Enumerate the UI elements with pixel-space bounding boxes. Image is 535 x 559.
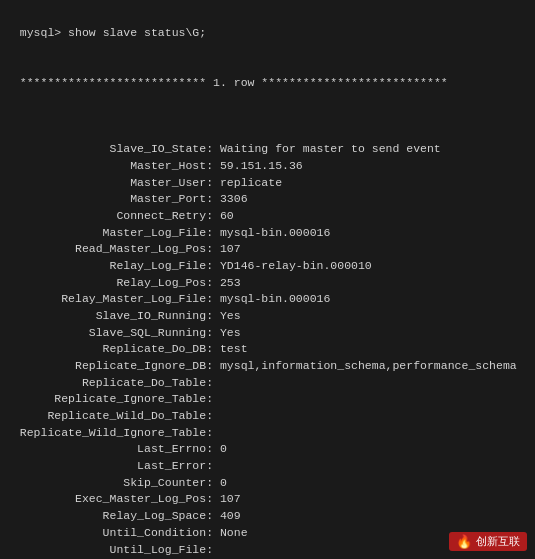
separator-line: *************************** 1. row *****… xyxy=(20,76,448,89)
row-key: Relay_Master_Log_File: xyxy=(6,292,220,305)
row-key: Master_Log_File: xyxy=(6,226,220,239)
row-value: mysql-bin.000016 xyxy=(220,226,330,239)
watermark-text: 创新互联 xyxy=(476,534,520,549)
row-key: Master_Port: xyxy=(6,192,220,205)
row-value: 3306 xyxy=(220,192,248,205)
row-value: 107 xyxy=(220,242,241,255)
row-key: Until_Condition: xyxy=(6,526,220,539)
row-value: 0 xyxy=(220,442,227,455)
row-key: Until_Log_File: xyxy=(6,543,220,556)
row-key: Replicate_Ignore_DB: xyxy=(6,359,220,372)
row-key: Replicate_Do_Table: xyxy=(6,376,220,389)
row-value: 0 xyxy=(220,476,227,489)
table-row: Skip_Counter: 0 xyxy=(6,475,529,492)
table-row: Master_Port: 3306 xyxy=(6,191,529,208)
row-key: Relay_Log_File: xyxy=(6,259,220,272)
row-value: 59.151.15.36 xyxy=(220,159,303,172)
row-key: Slave_IO_State: xyxy=(6,142,220,155)
row-key: Relay_Log_Pos: xyxy=(6,276,220,289)
row-key: Replicate_Do_DB: xyxy=(6,342,220,355)
row-value: Yes xyxy=(220,326,241,339)
row-value: 409 xyxy=(220,509,241,522)
row-key: Replicate_Wild_Ignore_Table: xyxy=(6,426,220,439)
row-key: Relay_Log_Space: xyxy=(6,509,220,522)
table-row: Read_Master_Log_Pos: 107 xyxy=(6,241,529,258)
table-row: Slave_IO_Running: Yes xyxy=(6,308,529,325)
row-key: Skip_Counter: xyxy=(6,476,220,489)
rows-container: Slave_IO_State: Waiting for master to se… xyxy=(6,141,529,559)
row-key: Replicate_Ignore_Table: xyxy=(6,392,220,405)
row-value: 253 xyxy=(220,276,241,289)
table-row: Master_User: replicate xyxy=(6,175,529,192)
watermark-icon: 🔥 xyxy=(456,534,472,549)
row-value: 107 xyxy=(220,492,241,505)
table-row: Relay_Master_Log_File: mysql-bin.000016 xyxy=(6,291,529,308)
row-key: Replicate_Wild_Do_Table: xyxy=(6,409,220,422)
row-key: Last_Error: xyxy=(6,459,220,472)
prompt-line: mysql> show slave status\G; xyxy=(20,26,206,39)
row-key: Connect_Retry: xyxy=(6,209,220,222)
table-row: Last_Error: xyxy=(6,458,529,475)
table-row: Last_Errno: 0 xyxy=(6,441,529,458)
row-key: Master_User: xyxy=(6,176,220,189)
table-row: Relay_Log_Pos: 253 xyxy=(6,275,529,292)
row-key: Read_Master_Log_Pos: xyxy=(6,242,220,255)
table-row: Exec_Master_Log_Pos: 107 xyxy=(6,491,529,508)
row-key: Master_Host: xyxy=(6,159,220,172)
row-value: mysql,information_schema,performance_sch… xyxy=(220,359,517,372)
row-value: YD146-relay-bin.000010 xyxy=(220,259,372,272)
table-row: Replicate_Wild_Ignore_Table: xyxy=(6,425,529,442)
row-value: Yes xyxy=(220,309,241,322)
table-row: Replicate_Do_Table: xyxy=(6,375,529,392)
row-value: test xyxy=(220,342,248,355)
row-key: Slave_SQL_Running: xyxy=(6,326,220,339)
table-row: Replicate_Ignore_Table: xyxy=(6,391,529,408)
table-row: Master_Log_File: mysql-bin.000016 xyxy=(6,225,529,242)
row-value: mysql-bin.000016 xyxy=(220,292,330,305)
table-row: Replicate_Wild_Do_Table: xyxy=(6,408,529,425)
terminal-window: mysql> show slave status\G; ************… xyxy=(0,0,535,559)
table-row: Master_Host: 59.151.15.36 xyxy=(6,158,529,175)
row-key: Exec_Master_Log_Pos: xyxy=(6,492,220,505)
table-row: Connect_Retry: 60 xyxy=(6,208,529,225)
table-row: Relay_Log_Space: 409 xyxy=(6,508,529,525)
table-row: Replicate_Do_DB: test xyxy=(6,341,529,358)
table-row: Relay_Log_File: YD146-relay-bin.000010 xyxy=(6,258,529,275)
row-value: Waiting for master to send event xyxy=(220,142,441,155)
table-row: Slave_SQL_Running: Yes xyxy=(6,325,529,342)
row-key: Slave_IO_Running: xyxy=(6,309,220,322)
table-row: Slave_IO_State: Waiting for master to se… xyxy=(6,141,529,158)
table-row: Replicate_Ignore_DB: mysql,information_s… xyxy=(6,358,529,375)
row-value: replicate xyxy=(220,176,282,189)
row-value: 60 xyxy=(220,209,234,222)
watermark: 🔥 创新互联 xyxy=(449,532,527,551)
row-key: Last_Errno: xyxy=(6,442,220,455)
row-value: None xyxy=(220,526,248,539)
